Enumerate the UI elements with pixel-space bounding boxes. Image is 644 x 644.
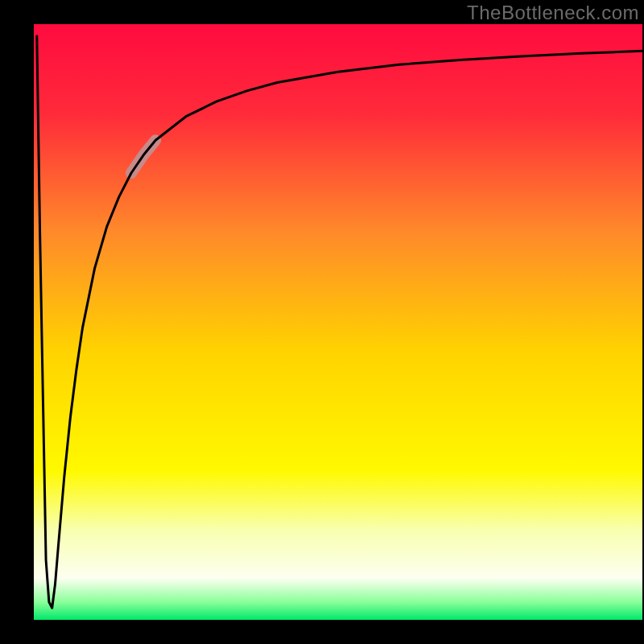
axis-bottom: [0, 620, 644, 644]
axis-left: [0, 0, 34, 644]
plot-background: [34, 24, 642, 620]
chart-frame: TheBottleneck.com: [0, 0, 644, 644]
watermark: TheBottleneck.com: [467, 2, 639, 24]
bottleneck-chart: [0, 0, 644, 644]
